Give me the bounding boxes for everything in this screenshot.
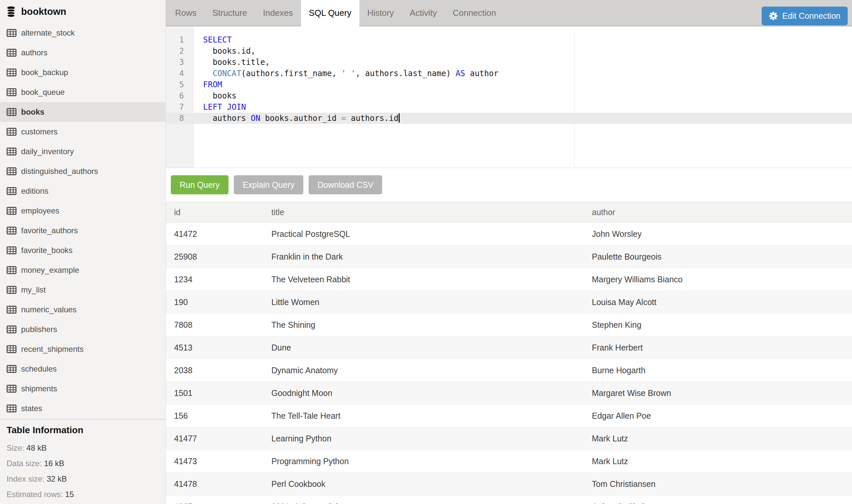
sidebar-item-numeric-values[interactable]: numeric_values (0, 300, 166, 320)
sidebar-item-daily-inventory[interactable]: daily_inventory (0, 142, 166, 161)
sidebar-item-distinguished-authors[interactable]: distinguished_authors (0, 161, 166, 181)
table-row[interactable]: 156The Tell-Tale HeartEdgar Allen Poe (166, 404, 852, 427)
sidebar-item-books[interactable]: books (0, 102, 166, 122)
table-name-label: numeric_values (21, 305, 76, 314)
cell-id: 1234 (166, 268, 263, 291)
sidebar-item-authors[interactable]: authors (0, 43, 166, 62)
table-icon (6, 365, 17, 373)
line-number: 1 (166, 34, 193, 46)
tab-label: Indexes (263, 8, 293, 18)
table-row[interactable]: 41477Learning PythonMark Lutz (166, 427, 852, 450)
line-number: 6 (166, 90, 193, 102)
text-cursor (399, 113, 400, 123)
code-line-7: 7LEFT JOIN (166, 102, 852, 113)
run-query-button[interactable]: Run Query (171, 175, 228, 194)
cell-id: 4267 (166, 496, 263, 504)
table-row[interactable]: 25908Franklin in the DarkPaulette Bourge… (166, 246, 852, 268)
table-icon (6, 266, 17, 274)
tab-label: Structure (212, 8, 247, 18)
table-row[interactable]: 42672001: A Space OdysseyArthur C. Clark… (166, 496, 852, 504)
tab-label: SQL Query (309, 8, 351, 18)
table-information-heading: Table Information (6, 425, 166, 435)
cell-author: Margery Williams Bianco (584, 268, 852, 291)
tab-history[interactable]: History (360, 0, 402, 26)
table-icon (6, 108, 17, 116)
query-results: idtitleauthor 41472Practical PostgreSQLJ… (166, 202, 852, 504)
table-list: alternate_stockauthorsbook_backupbook_qu… (0, 23, 166, 418)
sidebar-item-publishers[interactable]: publishers (0, 320, 166, 339)
info-label: Index size: (6, 474, 45, 483)
table-row[interactable]: 7808The ShiningStephen King (166, 313, 852, 336)
table-name-label: employees (21, 206, 59, 215)
column-header-author: author (584, 202, 852, 223)
sidebar-item-customers[interactable]: customers (0, 122, 166, 142)
table-row[interactable]: 190Little WomenLouisa May Alcott (166, 291, 852, 313)
line-number: 3 (166, 57, 193, 68)
tab-label: Connection (453, 8, 496, 18)
tab-rows[interactable]: Rows (167, 0, 205, 26)
table-icon (6, 187, 17, 195)
table-name-label: shipments (21, 384, 57, 393)
results-header-row: idtitleauthor (166, 202, 852, 223)
info-value: 48 kB (27, 444, 47, 452)
cell-id: 1501 (166, 382, 263, 404)
sidebar-item-editions[interactable]: editions (0, 181, 166, 201)
sql-editor[interactable]: 1SELECT2 books.id,3 books.title,4 CONCAT… (166, 26, 852, 168)
cell-title: Franklin in the Dark (263, 246, 584, 268)
table-row[interactable]: 41478Perl CookbookTom Christiansen (166, 473, 852, 496)
sidebar-item-employees[interactable]: employees (0, 201, 166, 221)
tab-activity[interactable]: Activity (402, 0, 445, 26)
code-line-1: 1SELECT (166, 34, 852, 46)
table-information-panel: Table Information Size: 48 kBData size: … (0, 420, 166, 502)
table-icon (6, 167, 17, 175)
table-row[interactable]: 2038Dynamic AnatomyBurne Hogarth (166, 359, 852, 382)
table-row[interactable]: 1234The Velveteen RabbitMargery Williams… (166, 268, 852, 291)
tab-indexes[interactable]: Indexes (255, 0, 301, 26)
cell-title: Learning Python (263, 427, 584, 450)
table-row[interactable]: 1501Goodnight MoonMargaret Wise Brown (166, 382, 852, 404)
cell-author: Arthur C. Clarke (584, 496, 852, 504)
table-row[interactable]: 4513DuneFrank Herbert (166, 336, 852, 359)
sidebar-item-recent-shipments[interactable]: recent_shipments (0, 339, 166, 359)
line-number: 8 (166, 113, 193, 124)
table-icon (6, 247, 17, 254)
edit-connection-button[interactable]: Edit Connection (762, 6, 848, 25)
sidebar-item-favorite-authors[interactable]: favorite_authors (0, 221, 166, 240)
sidebar-item-favorite-books[interactable]: favorite_books (0, 240, 166, 260)
cell-id: 41473 (166, 450, 263, 473)
code-line-2: 2 books.id, (166, 46, 852, 57)
sql-code: 1SELECT2 books.id,3 books.title,4 CONCAT… (166, 34, 852, 124)
line-number: 7 (166, 102, 193, 113)
explain-query-button[interactable]: Explain Query (234, 175, 303, 194)
sidebar-item-money-example[interactable]: money_example (0, 260, 166, 280)
sidebar-item-states[interactable]: states (0, 399, 166, 418)
table-row[interactable]: 41473Programming PythonMark Lutz (166, 450, 852, 473)
tab-sql-query[interactable]: SQL Query (301, 0, 360, 26)
cell-title: Practical PostgreSQL (263, 223, 584, 246)
cell-author: Stephen King (584, 313, 852, 336)
tab-label: Rows (175, 8, 196, 18)
tab-connection[interactable]: Connection (445, 0, 504, 26)
tab-structure[interactable]: Structure (205, 0, 255, 26)
sidebar-item-book-backup[interactable]: book_backup (0, 62, 166, 82)
table-name-label: book_queue (21, 88, 65, 97)
table-name-label: schedules (21, 364, 57, 374)
table-row[interactable]: 41472Practical PostgreSQLJohn Worsley (166, 223, 852, 246)
code-line-6: 6 books (166, 90, 852, 102)
table-icon (6, 385, 17, 393)
sidebar-item-shipments[interactable]: shipments (0, 379, 166, 399)
cell-title: The Velveteen Rabbit (263, 268, 584, 291)
table-name-label: favorite_books (21, 246, 72, 255)
sidebar-item-my-list[interactable]: my_list (0, 280, 166, 300)
sidebar-item-schedules[interactable]: schedules (0, 359, 166, 379)
database-icon (6, 6, 16, 17)
tab-bar: RowsStructureIndexesSQL QueryHistoryActi… (166, 0, 852, 26)
cell-author: Louisa May Alcott (584, 291, 852, 313)
download-csv-button[interactable]: Download CSV (309, 175, 382, 194)
sidebar-item-alternate-stock[interactable]: alternate_stock (0, 23, 166, 43)
database-selector[interactable]: booktown (0, 0, 166, 23)
sidebar-item-book-queue[interactable]: book_queue (0, 82, 166, 102)
cell-author: Paulette Bourgeois (584, 246, 852, 268)
info-row-estimated-rows: Estimated rows: 15 (6, 487, 166, 502)
table-name-label: book_backup (21, 68, 68, 77)
